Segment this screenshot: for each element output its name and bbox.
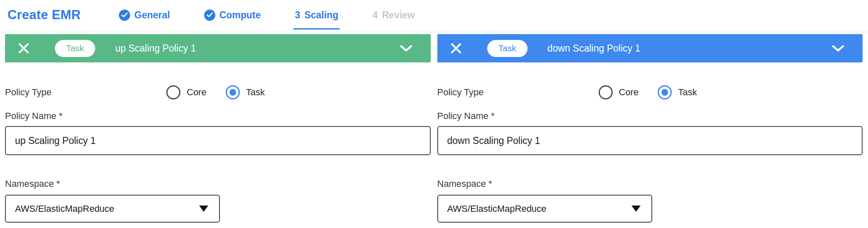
namespace-select[interactable]: AWS/ElasticMapReduce	[5, 195, 220, 223]
policy-type-label: Policy Type	[437, 87, 599, 98]
chevron-down-icon[interactable]	[400, 45, 412, 52]
namespace-selected-value: AWS/ElasticMapReduce	[15, 203, 114, 214]
namespace-group: Namespace * AWS/ElasticMapReduce	[437, 178, 863, 223]
radio-option-task[interactable]: Task	[658, 85, 697, 99]
policy-type-row: Policy Type Core Task	[5, 84, 431, 100]
step-label: General	[134, 10, 170, 21]
chevron-down-icon[interactable]	[832, 45, 844, 52]
step-general[interactable]: General	[119, 0, 170, 30]
step-review[interactable]: 4 Review	[372, 0, 415, 30]
page-title: Create EMR	[7, 0, 81, 30]
scale-up-policy-card: Task up Scaling Policy 1 Policy Type Cor…	[5, 34, 431, 223]
policy-name-group: Policy Name * up Scaling Policy 1	[5, 110, 431, 155]
step-compute[interactable]: Compute	[204, 0, 261, 30]
radio-label: Core	[187, 87, 207, 98]
step-number: 4	[372, 10, 378, 21]
policy-type-badge: Task	[55, 40, 95, 57]
namespace-group: Namespace * AWS/ElasticMapReduce	[5, 178, 431, 223]
radio-unchecked-icon[interactable]	[599, 85, 613, 99]
policy-name-input[interactable]: down Scaling Policy 1	[437, 126, 863, 155]
namespace-selected-value: AWS/ElasticMapReduce	[447, 203, 547, 214]
policy-name-input[interactable]: up Scaling Policy 1	[5, 126, 431, 155]
radio-option-task[interactable]: Task	[226, 85, 265, 99]
radio-label: Task	[678, 87, 697, 98]
policy-name-label: Policy Name *	[5, 110, 431, 121]
check-circle-icon	[119, 10, 130, 21]
radio-label: Task	[246, 87, 265, 98]
wizard-nav: Create EMR General Compute 3 Scaling 4 R…	[0, 0, 868, 30]
policy-type-label: Policy Type	[5, 87, 166, 98]
x-icon[interactable]	[451, 43, 461, 54]
caret-down-icon	[631, 206, 641, 212]
namespace-label: Namespace *	[437, 178, 863, 189]
namespace-select[interactable]: AWS/ElasticMapReduce	[437, 195, 652, 223]
policy-name-group: Policy Name * down Scaling Policy 1	[437, 110, 863, 155]
radio-option-core[interactable]: Core	[599, 85, 639, 99]
policy-name-label: Policy Name *	[437, 110, 863, 121]
namespace-label: Namespace *	[5, 178, 431, 189]
step-label: Compute	[219, 10, 261, 21]
step-number: 3	[295, 10, 300, 21]
step-scaling[interactable]: 3 Scaling	[295, 0, 338, 30]
policy-title: down Scaling Policy 1	[547, 43, 641, 54]
policy-title: up Scaling Policy 1	[115, 43, 196, 54]
radio-checked-icon[interactable]	[226, 85, 240, 99]
radio-label: Core	[619, 87, 639, 98]
scale-up-policy-header[interactable]: Task up Scaling Policy 1	[5, 34, 431, 62]
nav-divider	[0, 30, 868, 33]
scaling-policies-area: Task up Scaling Policy 1 Policy Type Cor…	[0, 34, 868, 223]
x-icon[interactable]	[18, 43, 29, 54]
caret-down-icon	[199, 206, 208, 212]
step-label: Scaling	[304, 10, 338, 21]
policy-type-badge: Task	[487, 40, 528, 57]
scale-down-policy-card: Task down Scaling Policy 1 Policy Type C…	[437, 34, 863, 223]
step-label: Review	[382, 10, 415, 21]
check-circle-icon	[204, 10, 215, 21]
policy-type-row: Policy Type Core Task	[437, 84, 863, 100]
radio-unchecked-icon[interactable]	[166, 85, 180, 99]
scale-down-policy-header[interactable]: Task down Scaling Policy 1	[437, 34, 863, 62]
radio-checked-icon[interactable]	[658, 85, 672, 99]
radio-option-core[interactable]: Core	[166, 85, 207, 99]
